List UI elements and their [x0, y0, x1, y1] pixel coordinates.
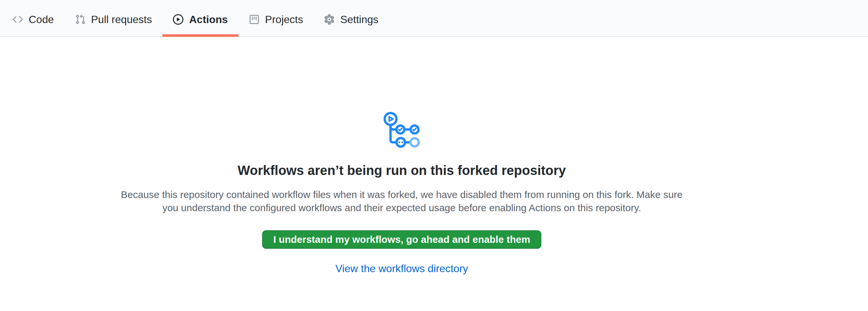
tab-pull-requests[interactable]: Pull requests: [65, 0, 163, 37]
blankslate-description: Because this repository contained workfl…: [119, 188, 685, 215]
tab-code-label: Code: [29, 14, 54, 25]
tab-actions[interactable]: Actions: [162, 0, 238, 37]
tab-settings-label: Settings: [340, 14, 378, 25]
git-pull-request-icon: [75, 14, 86, 25]
tab-projects[interactable]: Projects: [239, 0, 314, 37]
tab-projects-label: Projects: [265, 14, 303, 25]
actions-blankslate: Workflows aren’t being run on this forke…: [0, 112, 803, 275]
blankslate-heading: Workflows aren’t being run on this forke…: [0, 162, 803, 178]
tab-code[interactable]: Code: [2, 0, 65, 37]
workflow-graph-illustration: [383, 112, 420, 148]
repo-tabnav: Code Pull requests Actions Projects Sett…: [0, 0, 868, 37]
tab-pull-requests-label: Pull requests: [91, 14, 152, 25]
enable-workflows-button[interactable]: I understand my workflows, go ahead and …: [262, 230, 541, 249]
view-workflows-directory-link[interactable]: View the workflows directory: [335, 262, 468, 274]
tab-settings[interactable]: Settings: [313, 0, 389, 37]
play-circle-icon: [173, 14, 183, 25]
tab-actions-label: Actions: [189, 14, 227, 25]
code-icon: [12, 14, 23, 25]
project-board-icon: [249, 14, 259, 25]
gear-icon: [324, 14, 335, 25]
